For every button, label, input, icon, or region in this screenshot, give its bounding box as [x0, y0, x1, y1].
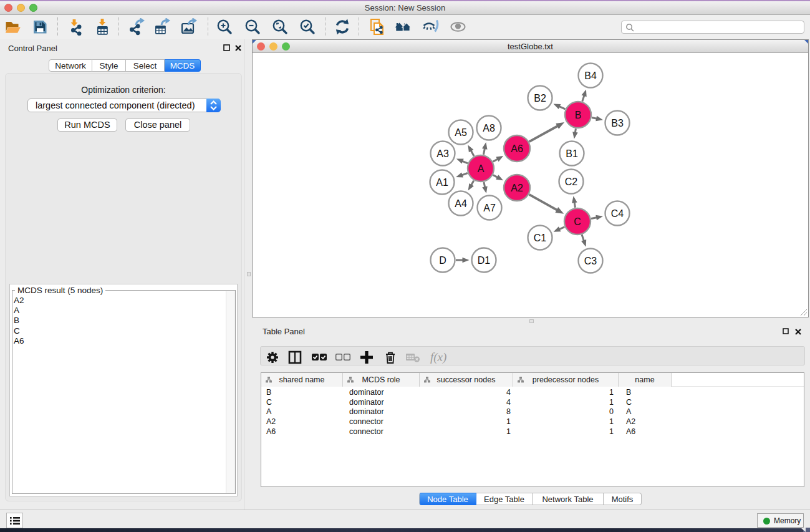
- svg-text:A2: A2: [511, 183, 523, 193]
- svg-text:A8: A8: [483, 123, 495, 133]
- svg-text:D: D: [439, 255, 446, 266]
- svg-text:C4: C4: [611, 208, 624, 219]
- svg-text:C2: C2: [565, 177, 578, 187]
- svg-text:C1: C1: [534, 233, 547, 243]
- svg-text:B4: B4: [584, 70, 597, 81]
- svg-text:A3: A3: [436, 148, 449, 159]
- svg-text:A6: A6: [511, 143, 523, 154]
- svg-text:C3: C3: [584, 256, 597, 266]
- svg-text:C: C: [574, 216, 581, 227]
- svg-text:f(x): f(x): [430, 351, 446, 364]
- svg-text:B3: B3: [611, 118, 624, 128]
- svg-text:A5: A5: [455, 127, 467, 138]
- svg-text:A: A: [478, 163, 485, 174]
- svg-text:B2: B2: [534, 93, 546, 104]
- svg-text:A7: A7: [483, 203, 496, 213]
- svg-text:A4: A4: [455, 198, 467, 209]
- svg-text:D1: D1: [478, 255, 491, 266]
- svg-text:A1: A1: [436, 177, 448, 188]
- svg-text:B1: B1: [566, 148, 578, 159]
- svg-text:B: B: [575, 110, 582, 120]
